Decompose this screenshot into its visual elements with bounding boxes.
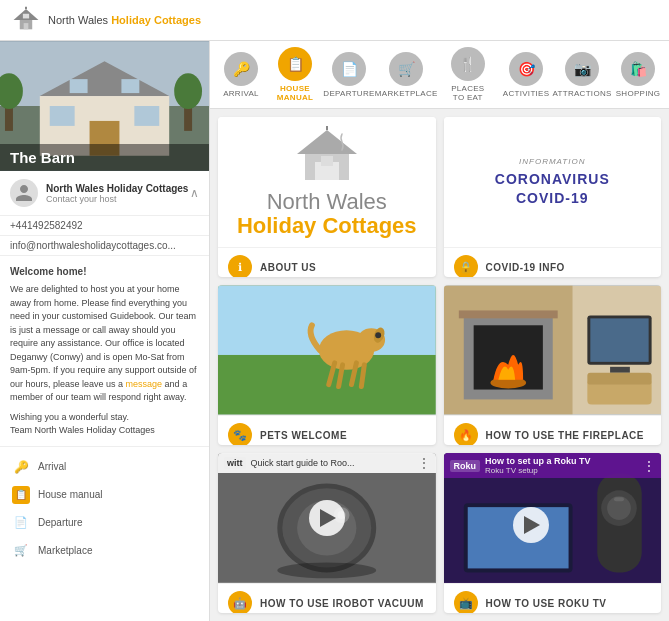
logo-icon [10,6,42,34]
card-about-us[interactable]: North Wales Holiday Cottages ℹ About Us [218,117,436,277]
fireplace-photo [444,285,662,415]
svg-rect-45 [587,373,651,385]
tab-house-manual[interactable]: 📋 HOUSEMANUAL [268,41,322,108]
cards-grid: North Wales Holiday Cottages ℹ About Us … [210,109,669,621]
key-icon: 🔑 [12,458,30,476]
covid-title: CORONAVIRUS COVID-19 [495,170,610,206]
main-layout: The Barn North Wales Holiday Cottages Co… [0,41,669,621]
covid-card-image: information CORONAVIRUS COVID-19 [444,117,662,247]
roku-icon: 📺 [454,591,478,613]
pets-label: Pets Welcome [260,430,347,441]
video-title-text: Quick start guide to Roo... [251,458,355,468]
shopping-tab-icon: 🛍️ [621,52,655,86]
logo-holiday-cottages: Holiday Cottages [237,214,417,238]
about-us-icon: ℹ [228,255,252,277]
sidebar-item-arrival[interactable]: 🔑 Arrival [0,453,209,481]
marketplace-tab-label: MARKETPLACE [375,89,438,98]
card-fireplace[interactable]: 🔥 How to use the Fireplace [444,285,662,445]
roku-video-title: How to set up a Roku TV [485,456,591,466]
svg-rect-2 [24,23,29,29]
chevron-up-icon: ∧ [190,186,199,200]
sidebar-item-house-manual[interactable]: 📋 House manual [0,481,209,509]
svg-line-32 [361,365,364,387]
tab-shopping[interactable]: 🛍️ SHOPPING [611,46,665,104]
cottage-logo-icon [287,126,367,186]
covid-footer: 🔒 COVID-19 INFO [444,247,662,277]
sidebar-item-marketplace[interactable]: 🛒 Marketplace [0,537,209,565]
tab-departure[interactable]: 📄 DEPARTURE [322,46,376,104]
roku-play-button[interactable] [513,507,549,543]
about-us-label: About Us [260,262,316,273]
marketplace-tab-icon: 🛒 [389,52,423,86]
activities-tab-icon: 🎯 [509,52,543,86]
departure-icon: 📄 [12,514,30,532]
pets-icon: 🐾 [228,423,252,445]
top-navigation: 🔑 ARRIVAL 📋 HOUSEMANUAL 📄 DEPARTURE 🛒 MA… [210,41,669,109]
svg-rect-59 [614,497,624,501]
property-name-label: The Barn [0,144,209,171]
play-button[interactable] [309,500,345,536]
sidebar: The Barn North Wales Holiday Cottages Co… [0,41,210,621]
dog-photo [218,285,436,415]
about-us-footer: ℹ About Us [218,247,436,277]
card-irobot[interactable]: witt Quick start guide to Roo... ⋮ 🤖 How… [218,453,436,613]
sidebar-item-departure[interactable]: 📄 Departure [0,509,209,537]
card-covid[interactable]: information CORONAVIRUS COVID-19 🔒 COVID… [444,117,662,277]
host-info[interactable]: North Wales Holiday Cottages Contact you… [0,171,209,216]
property-image: The Barn [0,41,209,171]
sidebar-nav-label: Departure [38,517,82,528]
irobot-label: How to use iRobot Vacuum [260,598,424,609]
irobot-icon: 🤖 [228,591,252,613]
covid-info-label: information [519,157,585,166]
welcome-body: We are delighted to host you at your hom… [10,283,199,405]
video-brand-witt: witt [224,457,246,469]
house-manual-tab-label: HOUSEMANUAL [277,84,313,102]
card-roku[interactable]: Roku How to set up a Roku TV Roku TV set… [444,453,662,613]
host-email: info@northwalesholidaycottages.co... [0,236,209,256]
video-header-bar: witt Quick start guide to Roo... ⋮ [218,453,436,473]
roku-menu-icon: ⋮ [643,459,655,473]
logo-north-wales: North Wales [237,190,417,214]
svg-point-52 [277,562,376,578]
roku-label: How to use Roku TV [486,598,607,609]
svg-rect-40 [458,310,557,318]
tab-arrival[interactable]: 🔑 ARRIVAL [214,46,268,104]
arrival-tab-label: ARRIVAL [223,89,259,98]
tab-attractions[interactable]: 📷 ATTRACTIONS [553,46,611,104]
places-tab-icon: 🍴 [451,47,485,81]
card-pets[interactable]: 🐾 Pets Welcome [218,285,436,445]
tab-places-to-eat[interactable]: 🍴 PLACES TO EAT [437,41,500,108]
message-link[interactable]: message [126,379,163,389]
svg-rect-10 [70,79,88,93]
attractions-tab-label: ATTRACTIONS [552,89,611,98]
house-manual-tab-icon: 📋 [278,47,312,81]
shopping-tab-label: SHOPPING [616,89,661,98]
marketplace-icon: 🛒 [12,542,30,560]
logo-card-title: North Wales Holiday Cottages [237,190,417,238]
fireplace-card-image [444,285,662,415]
activities-tab-label: ACTIVITIES [503,89,550,98]
svg-rect-13 [50,106,75,126]
covid-line2: COVID-19 [495,189,610,207]
sidebar-nav-label: Marketplace [38,545,92,556]
goodbye-message: Wishing you a wonderful stay.Team North … [10,411,199,438]
fireplace-footer: 🔥 How to use the Fireplace [444,415,662,445]
arrival-tab-icon: 🔑 [224,52,258,86]
irobot-card-image: witt Quick start guide to Roo... ⋮ [218,453,436,583]
svg-point-18 [174,73,202,109]
svg-rect-42 [590,318,648,362]
departure-tab-icon: 📄 [332,52,366,86]
book-icon: 📋 [12,486,30,504]
sidebar-nav-label: Arrival [38,461,66,472]
roku-card-image: Roku How to set up a Roku TV Roku TV set… [444,453,662,583]
svg-marker-19 [297,130,357,154]
tab-marketplace[interactable]: 🛒 MARKETPLACE [376,46,437,104]
tab-activities[interactable]: 🎯 ACTIVITIES [499,46,553,104]
about-us-card-image: North Wales Holiday Cottages [218,117,436,247]
sidebar-navigation: 🔑 Arrival 📋 House manual 📄 Departure 🛒 M… [0,447,209,571]
covid-label: COVID-19 INFO [486,262,565,273]
app-header: North Wales Holiday Cottages [0,0,669,41]
places-tab-label: PLACES TO EAT [445,84,492,102]
svg-rect-14 [134,106,159,126]
roku-video-subtitle: Roku TV setup [485,466,591,475]
